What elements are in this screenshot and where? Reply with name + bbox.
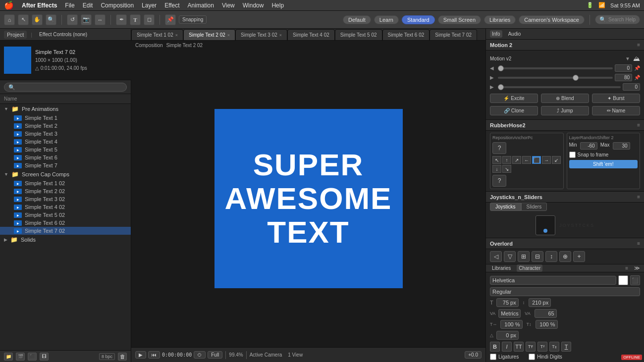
x-value[interactable]: 0 <box>615 64 632 72</box>
tracking-value[interactable]: 65 <box>535 309 557 318</box>
select-tool[interactable]: ↖ <box>18 14 29 25</box>
overlord-arrow-left[interactable]: ◁ <box>490 251 502 262</box>
character-tab[interactable]: Character <box>517 264 542 272</box>
close-tab-3[interactable]: × <box>279 33 282 38</box>
font-name-select[interactable]: Helvetica <box>490 276 616 285</box>
sc-item-6[interactable]: ▶ Simple Text 6 02 <box>0 219 131 227</box>
sc-item-4[interactable]: ▶ Simple Text 4 02 <box>0 203 131 211</box>
arrow-w[interactable]: ← <box>522 156 531 164</box>
project-item-pre-7[interactable]: ▶ Simple Text 7 <box>0 161 131 169</box>
joystick-canvas[interactable]: JOYSTTCKS <box>486 213 644 238</box>
x-thumb[interactable] <box>498 65 504 71</box>
menu-file[interactable]: File <box>65 2 74 9</box>
pan-tool[interactable]: ↔ <box>95 14 106 25</box>
effect-controls-tab[interactable]: Effect Controls (none) <box>36 31 90 38</box>
joystick-area[interactable] <box>536 215 555 235</box>
home-btn[interactable]: ⌂ <box>4 14 15 25</box>
z-slider[interactable] <box>498 86 621 88</box>
joysticks-tab[interactable]: Joysticks <box>490 203 521 211</box>
font-style-select[interactable]: Regular <box>490 287 640 296</box>
blend-btn[interactable]: ⊕ Blend <box>541 94 589 103</box>
full-btn active[interactable]: Full <box>208 351 222 359</box>
workspace-libraries[interactable]: Libraries <box>484 15 516 24</box>
arrow-se[interactable]: ↘ <box>502 165 511 173</box>
search-bar[interactable]: 🔍 Search Help <box>595 15 640 24</box>
apple-menu[interactable]: 🍎 <box>4 0 14 10</box>
overlord-icon3[interactable]: ↕ <box>545 251 557 262</box>
jump-btn[interactable]: ⤴ Jump <box>541 106 589 115</box>
sc-item-5[interactable]: ▶ Simple Text 5 02 <box>0 211 131 219</box>
project-tab[interactable]: Project <box>4 31 27 39</box>
expand-icon[interactable]: ≫ <box>634 265 640 271</box>
snap-checkbox[interactable] <box>569 152 576 158</box>
arrow-sw[interactable]: ↙ <box>552 156 561 164</box>
plus-btn[interactable]: +0.0 <box>465 351 482 359</box>
min-value[interactable]: -60 <box>580 142 597 150</box>
comp-tab-5[interactable]: Simple Text 5 02 <box>335 29 382 40</box>
folder-screen-cap[interactable]: ▼ 📁 Screen Cap Comps <box>0 169 131 179</box>
close-tab-2[interactable]: × <box>227 33 230 38</box>
max-value[interactable]: 30 <box>613 142 630 150</box>
menu-view[interactable]: View <box>222 2 235 9</box>
project-item-pre-4[interactable]: ▶ Simple Text 4 <box>0 138 131 146</box>
overlord-icon1[interactable]: ⊞ <box>518 251 530 262</box>
sc-item-3[interactable]: ▶ Simple Text 3 02 <box>0 195 131 203</box>
reposition-btn2[interactable]: ? <box>492 175 506 187</box>
folder-pre-animations[interactable]: ▼ 📁 Pre Animations <box>0 104 131 114</box>
arrow-s[interactable]: ↓ <box>492 165 501 173</box>
overlord-icon2[interactable]: ⊟ <box>532 251 543 262</box>
font-size-value[interactable]: 75 px <box>496 298 519 307</box>
comp-tab-1[interactable]: Simple Text 1 02 × <box>131 29 183 40</box>
shape-tool[interactable]: ◻ <box>144 14 155 25</box>
reposition-btn[interactable]: ? <box>492 142 506 154</box>
super-btn[interactable]: T² <box>537 342 547 352</box>
kerning-type[interactable]: Metrics <box>498 309 521 318</box>
libraries-tab[interactable]: Libraries <box>490 264 513 272</box>
motion2-menu-icon[interactable]: ≡ <box>637 42 640 48</box>
comp-tab-3[interactable]: Simple Text 3 02 × <box>235 29 287 40</box>
overlord-menu-icon[interactable]: ≡ <box>637 241 640 246</box>
char-menu-icon[interactable]: ≡ <box>625 265 628 271</box>
arrow-e[interactable]: → <box>542 156 551 164</box>
project-item-pre-3[interactable]: ▶ Simple Text 3 <box>0 130 131 138</box>
color-picker-btn[interactable]: ⬛ <box>630 275 640 285</box>
sc-item-7[interactable]: ▶ Simple Text 7 02 <box>0 227 131 235</box>
sc-item-1[interactable]: ▶ Simple Text 1 02 <box>0 179 131 187</box>
workspace-small-screen[interactable]: Small Screen <box>438 15 481 24</box>
burst-btn[interactable]: ✦ Burst <box>592 94 640 103</box>
project-item-pre-2[interactable]: ▶ Simple Text 2 <box>0 122 131 130</box>
project-search[interactable] <box>0 80 131 94</box>
audio-tab[interactable]: Audio <box>506 30 523 38</box>
trash-btn[interactable]: 🗑 <box>118 353 127 361</box>
hindi-check[interactable] <box>529 354 535 360</box>
overlord-icon5[interactable]: + <box>573 251 585 262</box>
menu-effect[interactable]: Effect <box>164 2 179 9</box>
info-tab[interactable]: Info <box>490 30 502 38</box>
z-thumb[interactable] <box>498 84 504 90</box>
camera-tool[interactable]: 📷 <box>81 14 92 25</box>
scale-v-value[interactable]: 100 % <box>536 320 558 329</box>
menu-edit[interactable]: Edit <box>83 2 93 9</box>
clone-btn[interactable]: 🔗 Clone <box>490 106 538 115</box>
workspace-cameron[interactable]: Cameron's Workspace <box>519 15 585 24</box>
y-value[interactable]: 80 <box>615 74 632 81</box>
comp-tab-2[interactable]: Simple Text 2 02 × <box>183 29 235 40</box>
snapping-toggle[interactable]: Snapping <box>179 15 207 24</box>
x-slider[interactable] <box>498 67 613 69</box>
workspace-learn[interactable]: Learn <box>374 15 399 24</box>
comp-canvas[interactable]: SUPER AWESOME TEXT <box>215 109 403 288</box>
new-comp-btn[interactable]: 🎬 <box>16 353 25 361</box>
arrow-center[interactable]: ⬛ <box>532 156 541 164</box>
preview-btn[interactable]: ⏮ <box>148 351 160 359</box>
baseline-value[interactable]: 0 px <box>496 331 519 340</box>
sliders-tab[interactable]: Sliders <box>521 203 547 211</box>
joysticks-menu-icon[interactable]: ≡ <box>637 194 640 200</box>
rubberhose2-menu-icon[interactable]: ≡ <box>637 122 640 128</box>
hand-tool[interactable]: ✋ <box>32 14 43 25</box>
y-thumb[interactable] <box>573 75 579 81</box>
menu-animation[interactable]: Animation <box>188 2 214 9</box>
comp-tab-6[interactable]: Simple Text 6 02 <box>382 29 430 40</box>
menu-composition[interactable]: Composition <box>101 2 134 9</box>
italic-btn[interactable]: I <box>502 342 512 352</box>
arrow-ne[interactable]: ↗ <box>512 156 521 164</box>
